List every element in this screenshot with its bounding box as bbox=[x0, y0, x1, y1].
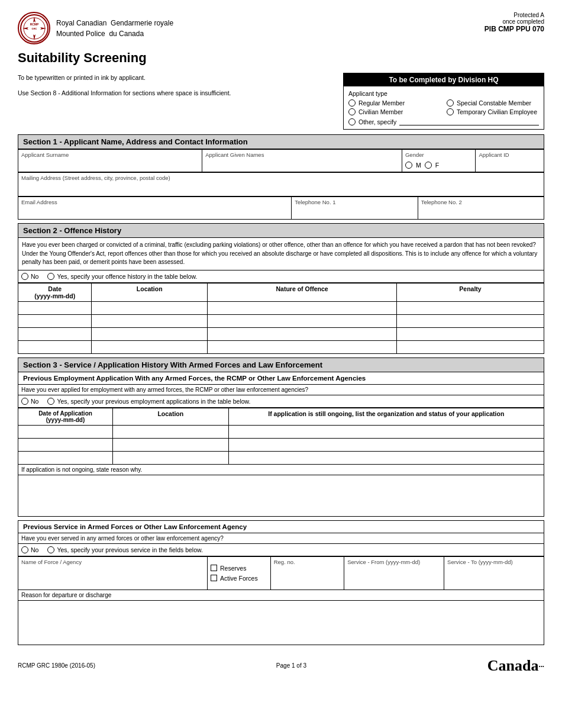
offence-row-4 bbox=[18, 340, 544, 353]
radio-yes-prev-employment[interactable]: Yes, specify your previous employment ap… bbox=[47, 398, 250, 405]
offence-location-2[interactable] bbox=[92, 314, 208, 327]
offence-location-3[interactable] bbox=[92, 327, 208, 340]
radio-circle-no-prev[interactable] bbox=[21, 398, 28, 405]
radio-regular-member[interactable]: Regular Member bbox=[348, 99, 441, 107]
section3-sub2-question: Have you ever served in any armed forces… bbox=[18, 533, 544, 544]
offence-penalty-3[interactable] bbox=[397, 327, 544, 340]
section2-header: Section 2 - Offence History bbox=[18, 223, 544, 238]
service-from-input[interactable] bbox=[347, 566, 441, 588]
radio-special-constable[interactable]: Special Constable Member bbox=[447, 99, 539, 107]
radio-circle-yes-offence[interactable] bbox=[47, 273, 54, 280]
section2-radio-row: No Yes, specify your offence history in … bbox=[18, 270, 544, 283]
canada-wordmark: Canada••• bbox=[487, 657, 544, 675]
radio-yes-prev-service[interactable]: Yes, specify your previous service in th… bbox=[47, 546, 203, 553]
section1-address-table: Mailing Address (Street address, city, p… bbox=[18, 172, 544, 197]
prev-emp-org-2[interactable] bbox=[228, 438, 544, 451]
radio-circle-special[interactable] bbox=[447, 99, 454, 107]
force-agency-input[interactable] bbox=[21, 566, 204, 588]
radio-circle-other[interactable] bbox=[348, 118, 356, 125]
section3-sub1-header: Previous Employment Application With any… bbox=[18, 372, 544, 385]
radio-temporary-civilian[interactable]: Temporary Civilian Employee bbox=[447, 108, 539, 115]
prev-emp-org-1[interactable] bbox=[228, 425, 544, 438]
not-ongoing-reason-input[interactable] bbox=[18, 475, 544, 517]
radio-gender-m[interactable] bbox=[405, 162, 412, 169]
offence-penalty-1[interactable] bbox=[397, 301, 544, 314]
svg-text:GRC: GRC bbox=[31, 27, 37, 30]
radio-yes-offence[interactable]: Yes, specify your offence history in the… bbox=[47, 273, 197, 280]
offence-nature-4[interactable] bbox=[208, 340, 397, 353]
if-not-ongoing-label: If application is not ongoing, state rea… bbox=[18, 465, 544, 475]
svg-marker-4 bbox=[33, 17, 35, 22]
tel2-input[interactable] bbox=[421, 207, 541, 217]
prev-emp-date-1[interactable] bbox=[18, 425, 113, 438]
radio-circle-yes-prev[interactable] bbox=[47, 398, 54, 405]
applicant-id-input[interactable] bbox=[479, 159, 541, 170]
reason-departure-input[interactable] bbox=[18, 601, 544, 645]
section3-sub2-radio-row: No Yes, specify your previous service in… bbox=[18, 544, 544, 556]
org-name: Royal Canadian Gendarmerie royale Mounte… bbox=[56, 18, 173, 39]
top-section: To be typewritten or printed in ink by a… bbox=[18, 73, 544, 130]
prev-emp-loc-3[interactable] bbox=[113, 451, 229, 464]
radio-circle-temp[interactable] bbox=[447, 108, 454, 115]
section3-radio-row: No Yes, specify your previous employment… bbox=[18, 395, 544, 408]
radio-gender-f[interactable] bbox=[425, 162, 432, 169]
mailing-address-input[interactable] bbox=[21, 182, 541, 194]
division-hq-header: To be Completed by Division HQ bbox=[344, 73, 544, 86]
section3-sub1-question: Have you ever applied for employment wit… bbox=[18, 385, 544, 395]
section1-contact-table: Email Address Telephone No. 1 Telephone … bbox=[18, 197, 544, 220]
prev-emp-date-2[interactable] bbox=[18, 438, 113, 451]
prev-emp-row-3 bbox=[18, 451, 544, 464]
offence-penalty-4[interactable] bbox=[397, 340, 544, 353]
radio-circle-civilian[interactable] bbox=[348, 108, 356, 115]
offence-penalty-2[interactable] bbox=[397, 314, 544, 327]
rcmp-logo: RCMP GRC bbox=[18, 12, 50, 44]
section1-name-table: Applicant Surname Applicant Given Names … bbox=[18, 149, 544, 172]
offence-table: Date(yyyy-mm-dd) Location Nature of Offe… bbox=[18, 283, 544, 354]
page-indicator: Page 1 of 3 bbox=[276, 662, 306, 669]
checkbox-reserves-box[interactable] bbox=[211, 565, 217, 571]
offence-date-2[interactable] bbox=[18, 314, 92, 327]
prev-service-table: Name of Force / Agency Reserves Active F… bbox=[18, 556, 544, 590]
tel1-input[interactable] bbox=[295, 207, 414, 217]
radio-civilian-member[interactable]: Civilian Member bbox=[348, 108, 441, 115]
offence-nature-1[interactable] bbox=[208, 301, 397, 314]
prev-emp-loc-1[interactable] bbox=[113, 425, 229, 438]
email-input[interactable] bbox=[21, 207, 288, 217]
radio-circle-no-service[interactable] bbox=[21, 546, 28, 553]
prev-emp-loc-2[interactable] bbox=[113, 438, 229, 451]
prev-emp-org-3[interactable] bbox=[228, 451, 544, 464]
radio-circle-regular[interactable] bbox=[348, 99, 356, 107]
radio-circle-no-offence[interactable] bbox=[21, 273, 28, 280]
checkbox-active-box[interactable] bbox=[211, 575, 217, 581]
section1-header: Section 1 - Applicant Name, Address and … bbox=[18, 134, 544, 149]
offence-location-4[interactable] bbox=[92, 340, 208, 353]
division-hq-box: To be Completed by Division HQ Applicant… bbox=[343, 73, 544, 130]
page-footer: RCMP GRC 1980e (2016-05) Page 1 of 3 Can… bbox=[18, 657, 544, 675]
radio-no-offence[interactable]: No bbox=[21, 273, 38, 280]
given-names-input[interactable] bbox=[205, 159, 399, 170]
section3-header: Section 3 - Service / Application Histor… bbox=[18, 357, 544, 372]
checkbox-active-forces[interactable]: Active Forces bbox=[211, 575, 267, 582]
offence-nature-3[interactable] bbox=[208, 327, 397, 340]
prev-emp-row-2 bbox=[18, 438, 544, 451]
offence-location-1[interactable] bbox=[92, 301, 208, 314]
logo-area: RCMP GRC Royal Canadian Gendarmerie roya… bbox=[18, 12, 173, 44]
checkbox-reserves[interactable]: Reserves bbox=[211, 565, 267, 572]
radio-circle-yes-service[interactable] bbox=[47, 546, 54, 553]
prev-emp-date-3[interactable] bbox=[18, 451, 113, 464]
offence-date-1[interactable] bbox=[18, 301, 92, 314]
svg-marker-7 bbox=[40, 27, 46, 30]
applicant-type-options: Regular Member Special Constable Member … bbox=[348, 99, 539, 115]
radio-no-prev-employment[interactable]: No bbox=[21, 398, 38, 405]
page-header: RCMP GRC Royal Canadian Gendarmerie roya… bbox=[18, 12, 544, 44]
radio-no-prev-service[interactable]: No bbox=[21, 546, 38, 553]
offence-date-4[interactable] bbox=[18, 340, 92, 353]
offence-nature-2[interactable] bbox=[208, 314, 397, 327]
prev-employment-table: Date of Application(yyyy-mm-dd) Location… bbox=[18, 408, 544, 465]
service-to-input[interactable] bbox=[447, 566, 541, 588]
other-specify-input[interactable] bbox=[399, 118, 539, 125]
offence-date-3[interactable] bbox=[18, 327, 92, 340]
reg-no-input[interactable] bbox=[274, 566, 341, 588]
form-number: RCMP GRC 1980e (2016-05) bbox=[18, 662, 95, 669]
surname-input[interactable] bbox=[21, 159, 199, 170]
